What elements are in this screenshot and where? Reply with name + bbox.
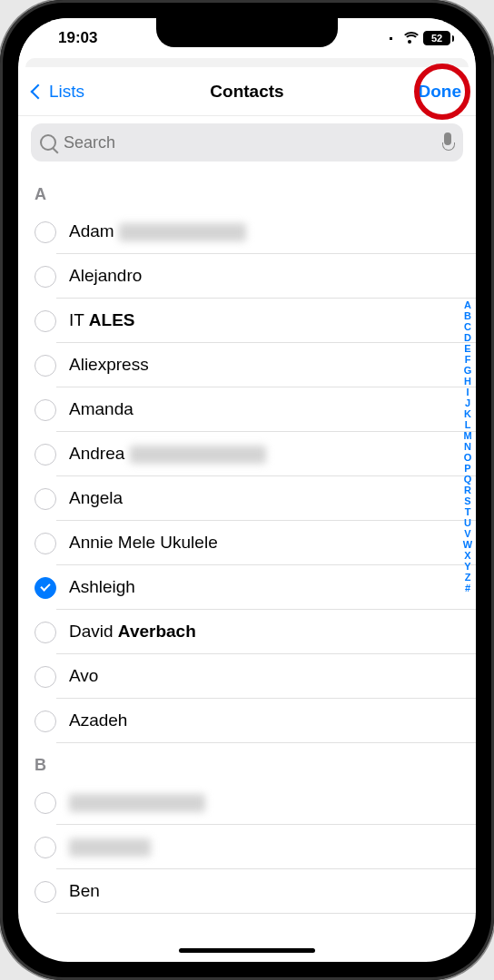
index-letter[interactable]: G (461, 365, 474, 376)
alphabet-index[interactable]: ABCDEFGHIJKLMNOPQRSTUVWXYZ# (461, 299, 474, 593)
index-letter[interactable]: O (461, 452, 474, 463)
contact-name: Adam (69, 221, 476, 241)
index-letter[interactable]: Y (461, 561, 474, 572)
home-indicator[interactable] (179, 948, 315, 953)
index-letter[interactable]: Z (461, 572, 474, 583)
index-letter[interactable]: W (461, 539, 474, 550)
contact-name: Annie Mele Ukulele (69, 533, 476, 553)
contact-name: Ashleigh (69, 577, 476, 597)
selection-circle[interactable] (35, 837, 56, 858)
index-letter[interactable]: U (461, 517, 474, 528)
index-letter[interactable]: Q (461, 474, 474, 485)
list-item[interactable]: Annie Mele Ukulele (18, 521, 476, 565)
index-letter[interactable]: P (461, 463, 474, 474)
battery-level: 52 (423, 31, 450, 45)
page-title: Contacts (18, 82, 476, 102)
phone-frame: 19:03 52 Lists Contacts Done (0, 0, 494, 980)
list-item[interactable]: Ashleigh (18, 565, 476, 610)
list-item[interactable]: IT ALES (18, 299, 476, 343)
index-letter[interactable]: X (461, 550, 474, 561)
list-item[interactable]: Andrea (18, 432, 476, 476)
selection-circle[interactable] (35, 533, 56, 554)
contact-name: Amanda (69, 399, 476, 419)
search-input[interactable] (64, 133, 434, 152)
index-letter[interactable]: J (461, 397, 474, 408)
index-letter[interactable]: R (461, 485, 474, 495)
dictation-icon[interactable] (441, 132, 454, 152)
contact-name: IT ALES (69, 310, 476, 330)
list-item[interactable]: David Averbach (18, 610, 476, 654)
contact-name: David Averbach (69, 622, 476, 642)
index-letter[interactable]: H (461, 376, 474, 387)
index-letter[interactable]: T (461, 506, 474, 517)
back-label: Lists (49, 82, 84, 102)
checkmark-selected-icon[interactable] (35, 577, 56, 599)
selection-circle[interactable] (35, 444, 56, 466)
card-stack-indicator (25, 58, 469, 67)
index-letter[interactable]: # (461, 583, 474, 593)
contact-name: Avo (69, 666, 476, 686)
contact-name: Alejandro (69, 266, 476, 286)
index-letter[interactable]: C (461, 321, 474, 332)
selection-circle[interactable] (35, 221, 56, 243)
search-icon (40, 134, 56, 151)
list-item[interactable] (18, 825, 476, 869)
index-letter[interactable]: L (461, 419, 474, 430)
index-letter[interactable]: N (461, 441, 474, 452)
chevron-left-icon (31, 83, 46, 99)
phone-screen: 19:03 52 Lists Contacts Done (18, 18, 476, 962)
contact-name: Andrea (69, 444, 476, 464)
notch (156, 18, 338, 47)
list-item[interactable]: Adam (18, 210, 476, 254)
selection-circle[interactable] (35, 355, 56, 377)
list-item[interactable]: Aliexpress (18, 343, 476, 387)
battery-icon: 52 (423, 31, 454, 45)
wifi-icon (401, 32, 418, 44)
search-field[interactable] (31, 123, 463, 162)
contacts-list[interactable]: A Adam AlejandroIT ALESAliexpressAmandaA… (18, 172, 476, 962)
index-letter[interactable]: S (461, 495, 474, 506)
back-button[interactable]: Lists (33, 82, 84, 102)
list-item[interactable]: Angela (18, 476, 476, 521)
cellular-icon (390, 37, 392, 40)
section-header-a: A (18, 172, 476, 210)
list-item[interactable]: Azadeh (18, 699, 476, 743)
index-letter[interactable]: I (461, 387, 474, 397)
index-letter[interactable]: M (461, 430, 474, 441)
list-item[interactable]: Alejandro (18, 254, 476, 299)
selection-circle[interactable] (35, 399, 56, 421)
list-item[interactable]: Ben (18, 869, 476, 914)
selection-circle[interactable] (35, 622, 56, 643)
section-header-b: B (18, 743, 476, 780)
contact-name: Aliexpress (69, 355, 476, 375)
done-button[interactable]: Done (419, 82, 462, 102)
selection-circle[interactable] (35, 488, 56, 510)
nav-bar: Lists Contacts Done (18, 67, 476, 116)
list-item[interactable]: Avo (18, 654, 476, 699)
selection-circle[interactable] (35, 310, 56, 332)
selection-circle[interactable] (35, 666, 56, 688)
selection-circle[interactable] (35, 881, 56, 903)
index-letter[interactable]: B (461, 310, 474, 321)
selection-circle[interactable] (35, 792, 56, 814)
contact-name (69, 837, 476, 857)
selection-circle[interactable] (35, 266, 56, 288)
contact-name: Ben (69, 881, 476, 901)
list-item[interactable] (18, 780, 476, 825)
index-letter[interactable]: D (461, 332, 474, 343)
list-item[interactable]: Amanda (18, 387, 476, 432)
contact-name: Azadeh (69, 710, 476, 730)
selection-circle[interactable] (35, 710, 56, 732)
index-letter[interactable]: K (461, 408, 474, 419)
index-letter[interactable]: F (461, 354, 474, 365)
contact-name (69, 792, 476, 812)
index-letter[interactable]: V (461, 528, 474, 539)
index-letter[interactable]: E (461, 343, 474, 354)
index-letter[interactable]: A (461, 299, 474, 310)
contact-name: Angela (69, 488, 476, 508)
